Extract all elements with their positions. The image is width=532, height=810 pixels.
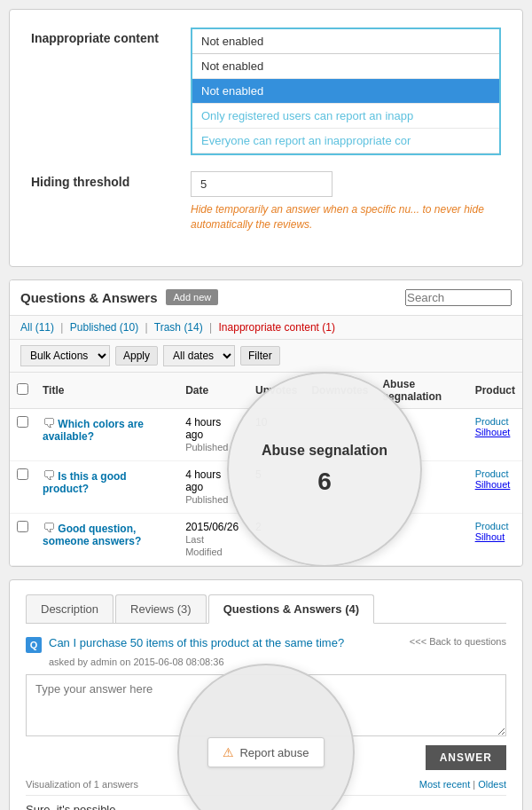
threshold-hint: Hide temporarily an answer when a specif… xyxy=(191,202,501,232)
dropdown-option-0[interactable]: Not enabled xyxy=(192,54,499,79)
row-checkbox[interactable] xyxy=(17,521,28,532)
frontend-panel: Description Reviews (3) Questions & Answ… xyxy=(9,579,523,810)
filter-button[interactable]: Filter xyxy=(240,346,280,366)
qa-filter-tabs: All (11) | Published (10) | Trash (14) |… xyxy=(10,316,522,340)
tab-reviews[interactable]: Reviews (3) xyxy=(115,594,207,623)
row-date: 2015/06/26 Last Modified xyxy=(178,513,248,565)
q-icon: Q xyxy=(26,637,42,653)
q-icon: 🗨 xyxy=(43,468,55,483)
visualization-text: Visualization of 1 answers xyxy=(26,779,138,790)
qa-table-wrapper: Title Date Upvotes Downvotes Abuse segna… xyxy=(10,373,522,566)
warning-icon: ⚠ xyxy=(223,745,234,759)
apply-button[interactable]: Apply xyxy=(115,346,158,366)
answer-submit-button[interactable]: ANSWER xyxy=(426,745,506,770)
qa-admin-title: Questions & Answers xyxy=(20,290,157,305)
tab-all[interactable]: All (11) xyxy=(20,321,54,334)
qa-search-input[interactable] xyxy=(405,289,512,306)
q-icon: 🗨 xyxy=(43,521,55,535)
qa-admin-header: Questions & Answers Add new xyxy=(10,280,522,316)
dropdown-selected-value: Not enabled xyxy=(192,29,499,54)
col-title: Title xyxy=(35,373,178,409)
abuse-segnalation-overlay: Abuse segnalation 6 xyxy=(227,372,422,567)
row-product: ProductSilhouet xyxy=(468,460,522,513)
row-title-link[interactable]: Which colors are available? xyxy=(43,418,144,443)
inappropriate-dropdown[interactable]: Not enabled Not enabled Not enabled Only… xyxy=(191,28,501,155)
row-checkbox[interactable] xyxy=(17,416,28,428)
tab-qa[interactable]: Questions & Answers (4) xyxy=(208,594,374,624)
question-text: Can I purchase 50 items of this product … xyxy=(49,636,410,649)
qa-admin-panel: Questions & Answers Add new All (11) | P… xyxy=(9,279,523,567)
hiding-threshold-label: Hiding threshold xyxy=(31,171,191,189)
tab-published[interactable]: Published (10) xyxy=(70,321,138,334)
back-link[interactable]: <<< Back to questions xyxy=(410,636,506,647)
abuse-overlay-title: Abuse segnalation xyxy=(262,443,387,459)
qa-toolbar: Bulk Actions Apply All dates Filter xyxy=(10,340,522,373)
abuse-overlay-count: 6 xyxy=(317,468,332,496)
report-abuse-label: Report abuse xyxy=(239,746,309,759)
tab-inappropriate[interactable]: Inappropriate content (1) xyxy=(219,321,335,334)
report-abuse-button[interactable]: ⚠ Report abuse xyxy=(207,737,324,767)
all-dates-select[interactable]: All dates xyxy=(163,345,235,366)
row-title-link[interactable]: Good question, someone answers? xyxy=(43,523,141,547)
dropdown-option-2[interactable]: Only registered users can report an inap… xyxy=(192,104,499,129)
dropdown-options-list: Not enabled Not enabled Only registered … xyxy=(192,54,499,153)
row-checkbox[interactable] xyxy=(17,468,28,480)
inappropriate-content-control: Not enabled Not enabled Not enabled Only… xyxy=(191,28,501,155)
dropdown-option-1[interactable]: Not enabled xyxy=(192,79,499,104)
row-title-cell: 🗨 Is this a good product? xyxy=(35,460,178,513)
frontend-content-wrapper: Q Can I purchase 50 items of this produc… xyxy=(26,636,506,810)
sort-oldest[interactable]: Oldest xyxy=(478,779,506,790)
inappropriate-content-label: Inappropriate content xyxy=(31,28,191,45)
row-product: ProductSilhouet xyxy=(468,408,522,460)
col-date: Date xyxy=(178,373,248,409)
row-title-link[interactable]: Is this a good product? xyxy=(43,470,127,495)
dropdown-option-3[interactable]: Everyone can report an inappropriate cor xyxy=(192,129,499,153)
bulk-actions-select[interactable]: Bulk Actions xyxy=(20,345,110,366)
col-product: Product xyxy=(468,373,522,409)
sort-most-recent[interactable]: Most recent xyxy=(419,779,470,790)
inappropriate-content-row: Inappropriate content Not enabled Not en… xyxy=(31,28,501,155)
row-title-cell: 🗨 Good question, someone answers? xyxy=(35,513,178,565)
row-product: ProductSilhout xyxy=(468,513,522,565)
question-row: Q Can I purchase 50 items of this produc… xyxy=(26,636,506,653)
hiding-threshold-row: Hiding threshold Hide temporarily an ans… xyxy=(31,171,501,232)
hiding-threshold-control: Hide temporarily an answer when a specif… xyxy=(191,171,501,232)
threshold-input[interactable] xyxy=(191,171,332,197)
select-all-checkbox[interactable] xyxy=(17,383,28,395)
q-icon: 🗨 xyxy=(43,416,55,430)
sort-links: Most recent | Oldest xyxy=(419,779,506,790)
settings-panel: Inappropriate content Not enabled Not en… xyxy=(9,9,523,267)
tab-description[interactable]: Description xyxy=(26,594,113,623)
tab-trash[interactable]: Trash (14) xyxy=(154,321,203,334)
add-new-button[interactable]: Add new xyxy=(166,289,218,305)
frontend-tabs: Description Reviews (3) Questions & Answ… xyxy=(26,594,506,624)
row-title-cell: 🗨 Which colors are available? xyxy=(35,408,178,460)
